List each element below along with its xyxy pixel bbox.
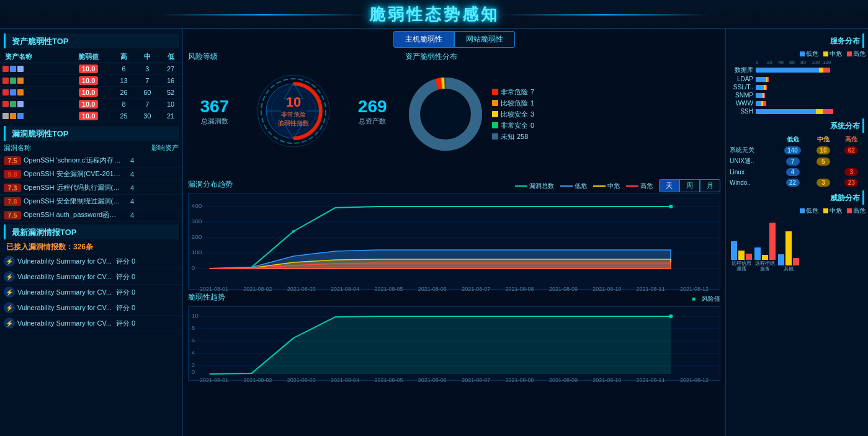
news-icon: ⚡	[4, 287, 15, 298]
vuln-trend-legend: ■ 风险值	[692, 295, 720, 303]
time-btn-month[interactable]: 月	[700, 179, 720, 192]
svg-point-14	[422, 91, 469, 138]
vuln-score: 7.3	[4, 184, 21, 192]
legend-color	[492, 111, 498, 117]
time-btn-week[interactable]: 周	[679, 179, 700, 192]
total-asset-label: 总资产数	[358, 117, 387, 126]
threat-group-label: 远程拒绝服务	[755, 260, 775, 272]
legend-color	[492, 122, 498, 128]
news-score: 评分 0	[116, 319, 135, 328]
legend-color	[492, 89, 498, 95]
high-count: 25	[112, 110, 136, 122]
service-name: SSH	[728, 108, 753, 115]
vuln-name: OpenSSH 远程代码执行漏洞(CVE...	[24, 183, 123, 192]
svg-text:200: 200	[192, 234, 202, 240]
col-low: 低	[159, 51, 182, 63]
risk-title: 风险等级	[188, 51, 399, 62]
vuln-risk-header: 脆弱性趋势 ■ 风险值	[188, 292, 720, 305]
news-icon: ⚡	[4, 318, 15, 329]
news-title: Vulnerability Summary for CV...	[17, 257, 114, 265]
asset-table: 资产名称 脆弱值 高 中 低 10.0 6 3 27	[0, 51, 182, 122]
vuln-score: 7.5	[4, 156, 21, 165]
service-name: SSL/T..	[728, 84, 753, 91]
asset-top-title: 资产脆弱性TOP	[4, 33, 179, 48]
legend-item: 未知 258	[492, 132, 534, 141]
high-count: 6	[112, 63, 136, 75]
list-item: 7.5 OpenSSH 'schnorr.c'远程内存破坏... 4	[0, 154, 182, 167]
time-btn-day[interactable]: 天	[659, 179, 679, 192]
high-bar	[764, 93, 765, 98]
vuln-affect-count: 4	[125, 198, 134, 205]
asset-dist-section: 资产脆弱性分布	[405, 51, 720, 176]
threat-bar	[793, 258, 799, 265]
low-badge: 7	[786, 158, 800, 166]
high-count: 13	[112, 75, 136, 87]
news-count: 已接入漏洞情报数：326条	[0, 241, 182, 254]
low-count: 16	[159, 75, 182, 87]
high-bar	[766, 85, 767, 90]
vuln-trend-title: 脆弱性趋势	[188, 292, 225, 303]
threat-legend-item: 低危	[800, 207, 818, 215]
trend-legend-item: 高危	[626, 182, 653, 190]
gauge-inner: 10 非常危险 脆弱性指数	[278, 94, 309, 128]
legend-item: 非常危险 7	[492, 87, 534, 97]
gauge-sublabel: 脆弱性指数	[278, 119, 309, 128]
total-vuln-label: 总漏洞数	[200, 117, 229, 126]
vuln-list: 7.5 OpenSSH 'schnorr.c'远程内存破坏... 4 9.8 O…	[0, 154, 182, 222]
sys-col-high: 高危	[838, 135, 866, 145]
news-title: Vulnerability Summary for CV...	[17, 304, 114, 311]
sys-table: 低危 中危 高危 系统无关 140 10 62 UNIX通.. 7 5 Linu…	[728, 135, 866, 188]
service-bar-row: LDAP	[728, 76, 866, 82]
vuln-name: OpenSSH auth_password函数拒绝...	[24, 210, 123, 220]
vuln-affect-count: 4	[125, 184, 134, 192]
legend-item: 比较危险 1	[492, 99, 534, 108]
service-bars: 数据库 LDAP SSL/T.. SNMP WWW	[728, 66, 866, 116]
high-bar	[823, 109, 833, 114]
threat-bar	[731, 241, 737, 260]
legend-color	[492, 100, 498, 106]
high-badge: 62	[844, 146, 858, 154]
trend-chart: 400 300 200 100 0	[188, 194, 720, 290]
news-score: 评分 0	[116, 303, 135, 313]
asset-name-cell	[0, 75, 65, 87]
mid-bar	[816, 109, 823, 114]
vuln-trend-section: 漏洞分布趋势 漏洞总数低危中危高危 天 周 月	[188, 179, 720, 290]
col-mid: 中	[136, 51, 159, 63]
asset-name-cell	[0, 87, 65, 99]
threat-group: 其他	[778, 222, 799, 272]
asset-dist-title: 资产脆弱性分布	[405, 51, 720, 62]
table-row: UNIX通.. 7 5	[728, 156, 866, 167]
low-count: 21	[159, 110, 182, 122]
sys-col-mid: 中危	[809, 135, 837, 145]
news-score: 评分 0	[116, 288, 135, 297]
list-item: ⚡ Vulnerability Summary for CV... 评分 0	[0, 269, 182, 285]
sys-name: Linux	[728, 167, 776, 177]
svg-text:0: 0	[192, 369, 195, 375]
table-row: Windo.. 22 3 23	[728, 177, 866, 188]
low-bar	[756, 101, 761, 106]
trend-x-labels: 2021-08-01 2021-08-02 2021-08-03 2021-08…	[189, 286, 720, 292]
svg-point-25	[669, 205, 673, 208]
service-legend: 低危中危高危	[728, 50, 866, 58]
mid-badge: 3	[817, 179, 830, 187]
vuln-affect-count: 4	[125, 211, 134, 219]
score-badge: 10.0	[79, 88, 98, 97]
threat-bar	[769, 223, 776, 260]
low-count: 27	[159, 63, 182, 75]
mid-count: 30	[136, 110, 159, 122]
col-asset-name: 资产名称	[0, 51, 65, 63]
risk-section: 风险等级 367 总漏洞数	[188, 51, 399, 176]
page-title: 脆弱性态势感知	[369, 4, 499, 25]
threat-bar	[778, 254, 784, 265]
tab-website[interactable]: 网站脆弱性	[454, 31, 515, 48]
threat-group: 远程拒绝服务	[754, 216, 776, 272]
service-name: SNMP	[728, 92, 753, 99]
list-item: 9.8 OpenSSH 安全漏洞(CVE-2016-1908) 4	[0, 167, 182, 181]
tab-host[interactable]: 主机脆弱性	[393, 31, 454, 48]
threat-group-label: 远程信息泄露	[732, 260, 751, 272]
legend-value: 258	[517, 133, 528, 140]
col-vuln-val: 脆弱值	[65, 51, 112, 63]
high-bar	[823, 68, 830, 73]
news-score: 评分 0	[116, 272, 135, 282]
gauge-container: 10 非常危险 脆弱性指数	[253, 71, 334, 151]
